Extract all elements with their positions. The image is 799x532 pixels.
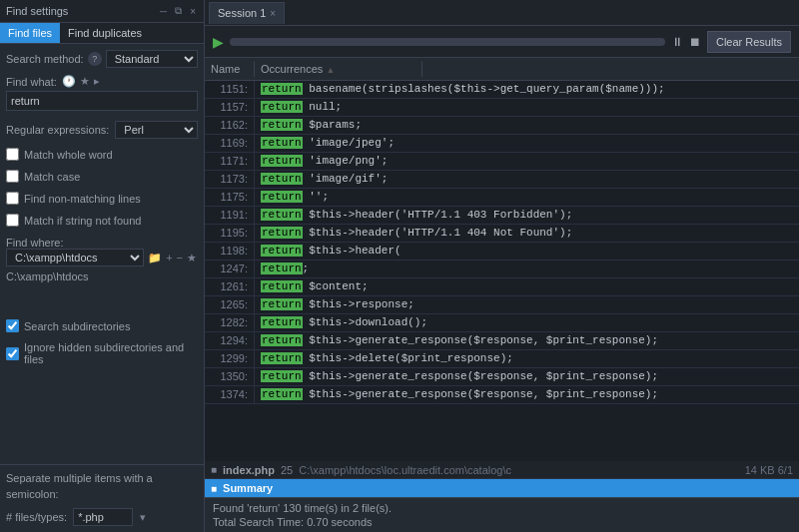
pin-icon[interactable]: ─ <box>158 5 169 18</box>
find-where-icons: 📁 + − ★ <box>147 251 198 266</box>
session-tab-bar: Session 1 × <box>205 0 799 26</box>
row-code: return $this->header( <box>255 243 799 260</box>
files-types-dropdown[interactable]: ▾ <box>139 510 147 525</box>
summary-expand-icon[interactable]: ■ <box>211 483 217 494</box>
summary-label: Summary <box>223 482 273 494</box>
table-row[interactable]: 1282:return $this->download(); <box>205 314 799 332</box>
table-row[interactable]: 1299:return $this->delete($print_respons… <box>205 350 799 368</box>
find-non-matching-checkbox[interactable] <box>6 192 19 205</box>
file-row[interactable]: ■ index.php 25 C:\xampp\htdocs\loc.ultra… <box>205 461 799 479</box>
files-types-input[interactable]: *.php <box>73 508 133 526</box>
row-number: 1294: <box>205 332 255 349</box>
search-method-select[interactable]: Standard <box>106 50 198 68</box>
summary-row[interactable]: ■ Summary <box>205 479 799 497</box>
table-row[interactable]: 1162:return $params; <box>205 117 799 135</box>
table-row[interactable]: 1173:return 'image/gif'; <box>205 171 799 189</box>
panel-body: Search method: ? Standard Find what: 🕐 ★… <box>0 44 204 464</box>
row-number: 1191: <box>205 207 255 224</box>
table-row[interactable]: 1171:return 'image/png'; <box>205 153 799 171</box>
extra-icon[interactable]: ▸ <box>93 74 101 89</box>
session-tab[interactable]: Session 1 × <box>209 2 285 24</box>
search-method-label: Search method: <box>6 53 84 65</box>
panel-title-icons: ─ ⧉ × <box>158 4 198 18</box>
row-code: return $this->header('HTTP/1.1 404 Not F… <box>255 225 799 242</box>
match-if-not-found-checkbox[interactable] <box>6 214 19 227</box>
stop-button[interactable]: ⏹ <box>689 35 701 49</box>
history-icon[interactable]: 🕐 <box>61 74 77 89</box>
remove-icon[interactable]: − <box>176 251 184 266</box>
find-what-label-row: Find what: 🕐 ★ ▸ <box>6 74 198 89</box>
table-row[interactable]: 1191:return $this->header('HTTP/1.1 403 … <box>205 207 799 225</box>
favorites-icon[interactable]: ★ <box>186 251 198 266</box>
match-case-checkbox[interactable] <box>6 170 19 183</box>
row-number: 1157: <box>205 99 255 116</box>
table-row[interactable]: 1294:return $this->generate_response($re… <box>205 332 799 350</box>
match-whole-word-checkbox[interactable] <box>6 148 19 161</box>
row-number: 1261: <box>205 278 255 295</box>
table-row[interactable]: 1374:return $this->generate_response($re… <box>205 386 799 404</box>
row-number: 1265: <box>205 296 255 313</box>
search-subdirectories-checkbox[interactable] <box>6 319 19 332</box>
regex-select[interactable]: Perl <box>115 121 198 139</box>
header-occurrences: Occurrences ▲ <box>255 61 422 77</box>
close-icon[interactable]: × <box>188 5 198 18</box>
tabs-row: Find files Find duplicates <box>0 23 204 44</box>
files-types-row: # files/types: *.php ▾ <box>6 508 198 526</box>
table-row[interactable]: 1198:return $this->header( <box>205 243 799 261</box>
find-what-section: Find what: 🕐 ★ ▸ return <box>6 74 198 111</box>
row-code: return $this->generate_response($respons… <box>255 386 799 403</box>
table-row[interactable]: 1247:return; <box>205 261 799 278</box>
files-types-label: # files/types: <box>6 511 67 523</box>
row-number: 1282: <box>205 314 255 331</box>
file-size: 14 KB 6/1 <box>745 464 793 476</box>
results-area[interactable]: 1151:return basename(stripslashes($this-… <box>205 81 799 461</box>
bottom-section: Separate multiple items with a semicolon… <box>0 464 204 532</box>
find-path-display: C:\xampp\htdocs <box>6 268 198 284</box>
row-number: 1151: <box>205 81 255 98</box>
row-number: 1171: <box>205 153 255 170</box>
clear-results-button[interactable]: Clear Results <box>707 31 791 53</box>
add-icon[interactable]: + <box>165 251 173 266</box>
tab-find-files[interactable]: Find files <box>0 23 60 43</box>
tab-find-duplicates[interactable]: Find duplicates <box>60 23 150 43</box>
ignore-hidden-row: Ignore hidden subdirectories and files <box>6 341 198 365</box>
row-number: 1299: <box>205 350 255 367</box>
float-icon[interactable]: ⧉ <box>173 4 184 18</box>
browse-icon[interactable]: 📁 <box>147 251 163 266</box>
table-row[interactable]: 1265:return $this->response; <box>205 296 799 314</box>
file-path: C:\xampp\htdocs\loc.ultraedit.com\catalo… <box>299 464 511 476</box>
row-code: return 'image/png'; <box>255 153 799 170</box>
table-row[interactable]: 1169:return 'image/jpeg'; <box>205 135 799 153</box>
table-row[interactable]: 1261:return $content; <box>205 278 799 296</box>
file-expand-icon[interactable]: ■ <box>211 464 217 475</box>
find-where-select[interactable]: C:\xampp\htdocs <box>6 249 144 266</box>
match-case-row: Match case <box>6 170 198 183</box>
ignore-hidden-checkbox[interactable] <box>6 347 19 360</box>
row-code: return $this->download(); <box>255 314 799 331</box>
find-where-section: Find where: C:\xampp\htdocs 📁 + − ★ C:\x… <box>6 233 198 284</box>
find-non-matching-label: Find non-matching lines <box>24 193 141 205</box>
row-number: 1173: <box>205 171 255 188</box>
left-panel: Find settings ─ ⧉ × Find files Find dupl… <box>0 0 205 532</box>
row-number: 1195: <box>205 225 255 242</box>
table-row[interactable]: 1175:return ''; <box>205 189 799 207</box>
row-number: 1350: <box>205 368 255 385</box>
table-row[interactable]: 1151:return basename(stripslashes($this-… <box>205 81 799 99</box>
row-number: 1162: <box>205 117 255 134</box>
row-number: 1169: <box>205 135 255 152</box>
separate-label: Separate multiple items with a semicolon… <box>6 471 198 502</box>
table-row[interactable]: 1157:return null; <box>205 99 799 117</box>
find-what-input[interactable]: return <box>6 91 198 111</box>
find-where-label: Find where: <box>6 237 198 249</box>
favorite-icon[interactable]: ★ <box>79 74 91 89</box>
help-button[interactable]: ? <box>88 52 102 66</box>
find-non-matching-row: Find non-matching lines <box>6 192 198 205</box>
table-row[interactable]: 1350:return $this->generate_response($re… <box>205 368 799 386</box>
play-button[interactable]: ▶ <box>213 34 224 50</box>
row-code: return $content; <box>255 278 799 295</box>
pause-button[interactable]: ⏸ <box>671 35 683 49</box>
row-code: return null; <box>255 99 799 116</box>
session-tab-close-icon[interactable]: × <box>270 8 276 19</box>
table-row[interactable]: 1195:return $this->header('HTTP/1.1 404 … <box>205 225 799 243</box>
regex-row: Regular expressions: Perl <box>6 121 198 139</box>
